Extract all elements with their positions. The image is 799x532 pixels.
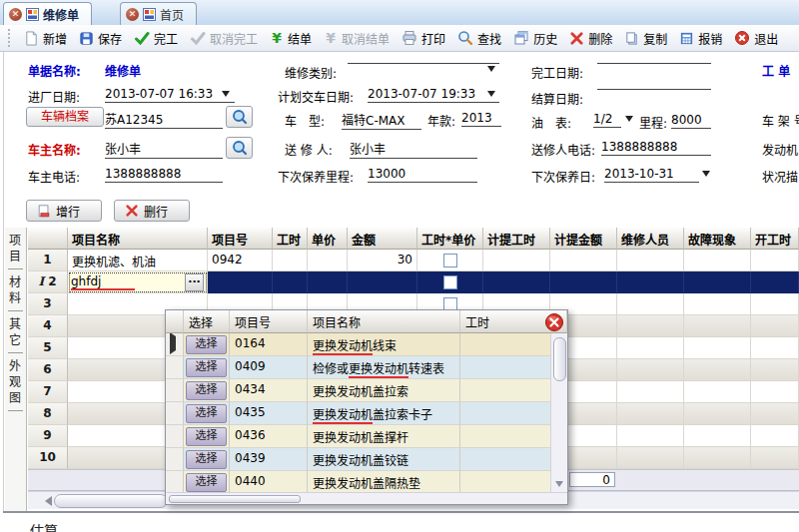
cell[interactable] [684, 315, 751, 337]
popup-column-header[interactable]: 项目号 [230, 310, 308, 333]
cell[interactable] [751, 337, 799, 359]
column-header[interactable]: 工时*单价 [417, 228, 483, 250]
scrollbar-thumb[interactable] [553, 337, 566, 381]
vehicle-archive-button[interactable]: 车辆档案 [26, 107, 104, 127]
popup-row[interactable]: 选择 0164 更换发动机线束 [166, 333, 567, 356]
popup-column-header[interactable]: 项目名称 [308, 310, 460, 333]
print-button[interactable]: 打印 [396, 28, 451, 49]
cell[interactable] [751, 359, 799, 381]
cell[interactable] [684, 425, 751, 447]
hours-times-price-cell[interactable] [417, 271, 483, 293]
chevron-down-icon[interactable] [487, 91, 495, 101]
select-button[interactable]: 选择 [186, 381, 227, 400]
popup-row[interactable]: 选择 0439 更换发动机盖铰链 [166, 448, 567, 471]
cell[interactable] [684, 381, 751, 403]
scrollbar-thumb[interactable] [54, 494, 168, 508]
chevron-down-icon[interactable] [625, 116, 633, 126]
plate-field[interactable]: 苏A12345 [105, 110, 223, 129]
popup-row[interactable]: 选择 0440 更换发动机盖隔热垫 [166, 471, 567, 494]
hours-cell[interactable] [273, 250, 308, 271]
year-field[interactable]: 2013 [461, 111, 501, 127]
tab-repair-order[interactable]: ✕ 维修单 [3, 2, 92, 25]
delete-button[interactable]: 删除 [563, 28, 618, 49]
cell[interactable] [684, 293, 751, 315]
popup-column-header[interactable]: 选择 [184, 310, 230, 333]
repair-type-combo[interactable] [348, 62, 499, 64]
cell[interactable] [751, 403, 799, 425]
find-button[interactable]: 查找 [451, 28, 507, 49]
cell[interactable] [550, 250, 617, 271]
chevron-down-icon[interactable] [222, 91, 230, 101]
plate-lookup-button[interactable] [226, 106, 253, 128]
cell[interactable] [751, 250, 799, 271]
column-header[interactable]: 计提工时 [483, 228, 550, 250]
popup-row[interactable]: 选择 0436 更换发动机盖撑杆 [166, 425, 567, 448]
cell[interactable] [617, 271, 684, 293]
cell[interactable] [617, 337, 684, 359]
popup-row[interactable]: 选择 0435 更换发动机盖拉索卡子 [166, 402, 567, 425]
table-row[interactable]: 1 更换机滤、机油 0942 30 [28, 250, 799, 271]
close-tab-icon[interactable]: ✕ [126, 8, 139, 21]
model-field[interactable]: 福特C-MAX [342, 111, 421, 130]
column-header[interactable]: 金额 [348, 228, 417, 250]
select-button[interactable]: 选择 [186, 335, 227, 354]
popup-row[interactable]: 选择 0409 检修或更换发动机转速表 [166, 356, 567, 379]
item-name-edit-cell[interactable]: ghfdj... [68, 271, 208, 293]
owner-phone-field[interactable]: 1388888888 [105, 167, 223, 183]
scroll-left-icon[interactable] [40, 496, 52, 506]
fuel-field[interactable]: 1/2 [593, 112, 621, 128]
close-tab-icon[interactable]: ✕ [9, 8, 22, 21]
column-header[interactable]: 故障现象 [684, 228, 751, 250]
select-button[interactable]: 选择 [186, 427, 227, 446]
tab-home[interactable]: ✕ 首页 [120, 2, 197, 25]
cell[interactable] [751, 425, 799, 447]
cell[interactable] [617, 381, 684, 403]
select-button[interactable]: 选择 [186, 450, 227, 469]
column-header[interactable]: 维修人员 [617, 228, 684, 250]
cell[interactable] [684, 250, 751, 271]
new-button[interactable]: 新增 [18, 28, 73, 49]
scrollbar-thumb[interactable] [169, 495, 301, 503]
save-button[interactable]: 保存 [73, 28, 128, 49]
cell[interactable] [617, 293, 684, 315]
amount-cell[interactable] [348, 271, 417, 293]
cell[interactable] [617, 447, 684, 469]
cell[interactable] [684, 337, 751, 359]
checkbox[interactable] [443, 275, 457, 289]
sender-phone-field[interactable]: 1388888888 [601, 140, 711, 156]
item-code-cell[interactable]: 0942 [208, 250, 273, 271]
next-mileage-field[interactable]: 13000 [368, 167, 477, 183]
side-tab-appearance[interactable]: 外观图 [9, 359, 23, 407]
owner-lookup-button[interactable] [226, 137, 253, 159]
finish-date-field[interactable] [597, 62, 711, 64]
column-header[interactable]: 单价 [308, 228, 348, 250]
price-cell[interactable] [308, 271, 348, 293]
popup-close-button[interactable] [544, 312, 564, 332]
column-header[interactable]: 计提金额 [550, 228, 617, 250]
cell[interactable] [684, 403, 751, 425]
add-row-button[interactable]: 增行 [26, 200, 102, 222]
cell[interactable] [751, 293, 799, 315]
popup-vertical-scrollbar[interactable] [550, 333, 567, 494]
history-button[interactable]: 历史 [507, 28, 563, 49]
side-tab-items[interactable]: 项目 [9, 234, 23, 266]
cell[interactable] [751, 315, 799, 337]
popup-horizontal-scrollbar[interactable] [166, 492, 567, 504]
ellipsis-button[interactable]: ... [185, 273, 204, 291]
hours-times-price-cell[interactable] [417, 250, 483, 271]
amount-cell[interactable]: 30 [348, 250, 417, 271]
cell[interactable] [483, 250, 550, 271]
reimburse-button[interactable]: 报销 [673, 28, 728, 49]
checkbox[interactable] [443, 254, 457, 267]
column-header[interactable]: 工时 [273, 228, 308, 250]
select-button[interactable]: 选择 [186, 404, 227, 423]
cell[interactable] [684, 359, 751, 381]
column-header[interactable]: 项目名称 [68, 228, 208, 250]
next-date-field[interactable]: 2013-10-31 [604, 167, 699, 183]
cell[interactable] [550, 271, 617, 293]
cell[interactable] [483, 271, 550, 293]
mileage-field[interactable]: 8000 [671, 113, 711, 129]
chevron-down-icon[interactable] [487, 66, 495, 76]
settle-date-field[interactable] [597, 88, 711, 90]
settle-button[interactable]: ¥ 结单 [264, 28, 318, 49]
